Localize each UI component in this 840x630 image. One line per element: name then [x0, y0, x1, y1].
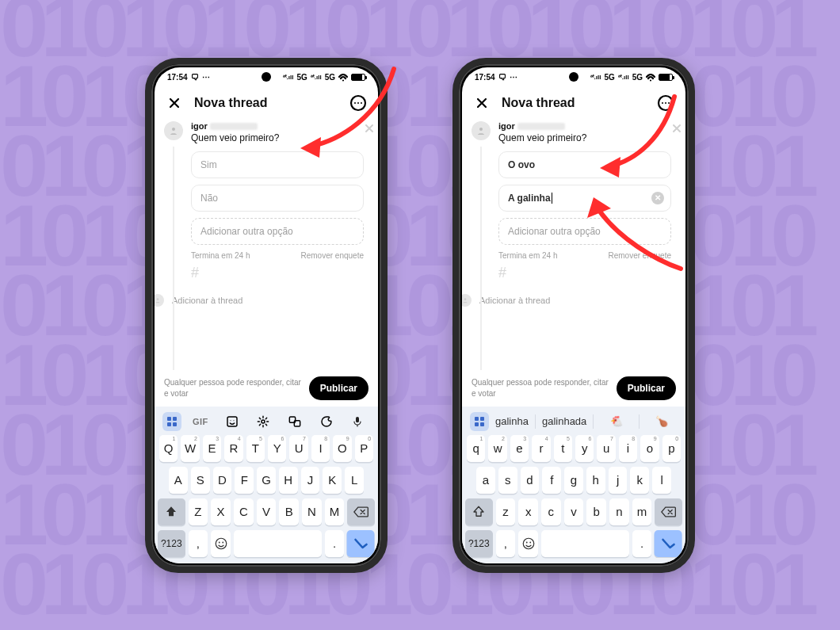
key-g[interactable]: g [564, 467, 583, 494]
key-p[interactable]: P0 [355, 435, 373, 462]
key-a[interactable]: a [476, 467, 495, 494]
key-o[interactable]: o9 [640, 435, 659, 462]
kb-sticker-button[interactable] [220, 415, 245, 428]
key-m[interactable]: m [632, 498, 652, 525]
key-k[interactable]: K [323, 467, 342, 494]
key-w[interactable]: w2 [488, 435, 506, 462]
kb-suggestion-emoji-2[interactable]: 🍗 [646, 415, 678, 427]
kb-mic-button[interactable] [345, 415, 370, 428]
key-symbols[interactable]: ?123 [158, 530, 185, 557]
key-l[interactable]: l [652, 467, 671, 494]
key-x[interactable]: x [518, 498, 538, 525]
key-e[interactable]: e3 [510, 435, 529, 462]
key-k[interactable]: k [630, 467, 649, 494]
key-s[interactable]: s [498, 467, 517, 494]
key-h[interactable]: h [586, 467, 605, 494]
key-enter[interactable] [347, 530, 375, 557]
key-comma[interactable]: , [496, 530, 516, 557]
key-f[interactable]: f [542, 467, 561, 494]
post-text-input[interactable]: Quem veio primeiro? [191, 132, 365, 143]
add-hashtag-button[interactable]: # [498, 265, 673, 281]
poll-option-2[interactable]: Não [191, 185, 364, 212]
key-shift[interactable] [158, 498, 185, 525]
key-backspace[interactable] [655, 498, 682, 525]
key-c[interactable]: C [234, 498, 254, 525]
more-button[interactable] [655, 93, 676, 113]
add-to-thread-row[interactable]: Adicionar à thread [462, 294, 676, 307]
add-to-thread-row[interactable]: Adicionar à thread [155, 294, 368, 307]
poll-option-1[interactable]: Sim [191, 151, 364, 178]
key-f[interactable]: F [235, 467, 254, 494]
key-b[interactable]: b [586, 498, 606, 525]
key-t[interactable]: T5 [246, 435, 265, 462]
key-p[interactable]: p0 [662, 435, 681, 462]
publish-button[interactable]: Publicar [617, 376, 676, 400]
key-o[interactable]: O9 [333, 435, 351, 462]
key-w[interactable]: W2 [181, 435, 199, 462]
key-e[interactable]: E3 [203, 435, 221, 462]
key-q[interactable]: Q1 [159, 435, 178, 462]
key-c[interactable]: c [541, 498, 561, 525]
kb-theme-button[interactable] [314, 415, 339, 428]
add-hashtag-button[interactable]: # [191, 265, 365, 281]
key-space[interactable] [541, 530, 629, 557]
key-space[interactable] [234, 530, 322, 557]
add-poll-option-button[interactable]: Adicionar outra opção [191, 218, 364, 245]
more-button[interactable] [348, 93, 368, 113]
key-d[interactable]: D [213, 467, 232, 494]
poll-option-1[interactable]: O ovo [498, 151, 671, 178]
kb-gif-button[interactable]: GIF [193, 417, 208, 426]
key-y[interactable]: Y6 [268, 435, 286, 462]
key-n[interactable]: N [302, 498, 322, 525]
dismiss-post-button[interactable] [364, 123, 375, 137]
poll-option-2[interactable]: A galinha✕ [498, 185, 671, 212]
add-poll-option-button[interactable]: Adicionar outra opção [498, 218, 671, 245]
key-emoji[interactable] [518, 530, 538, 557]
key-z[interactable]: z [496, 498, 516, 525]
key-a[interactable]: A [169, 467, 188, 494]
key-symbols[interactable]: ?123 [465, 530, 493, 557]
key-comma[interactable]: , [189, 530, 208, 557]
remove-poll-button[interactable]: Remover enquete [301, 251, 365, 260]
key-g[interactable]: G [257, 467, 276, 494]
reply-scope-button[interactable]: Qualquer pessoa pode responder, citar e … [164, 377, 303, 399]
key-z[interactable]: Z [189, 498, 208, 525]
key-q[interactable]: q1 [467, 435, 485, 462]
key-j[interactable]: j [609, 467, 628, 494]
kb-suggestion-emoji-1[interactable]: 🐔 [600, 415, 632, 427]
key-i[interactable]: i8 [619, 435, 637, 462]
key-y[interactable]: y6 [575, 435, 594, 462]
key-l[interactable]: L [345, 467, 364, 494]
key-u[interactable]: U7 [289, 435, 307, 462]
key-v[interactable]: v [564, 498, 584, 525]
key-backspace[interactable] [347, 498, 375, 525]
key-r[interactable]: r4 [532, 435, 550, 462]
key-d[interactable]: d [521, 467, 540, 494]
key-i[interactable]: I8 [311, 435, 330, 462]
key-t[interactable]: t5 [554, 435, 572, 462]
remove-poll-button[interactable]: Remover enquete [609, 251, 672, 260]
key-period[interactable]: . [325, 530, 345, 557]
clear-input-button[interactable]: ✕ [651, 192, 664, 204]
key-v[interactable]: V [257, 498, 277, 525]
key-u[interactable]: u7 [597, 435, 615, 462]
kb-suggestion-1[interactable]: galinha [495, 415, 529, 427]
close-button[interactable] [472, 93, 492, 113]
key-enter[interactable] [655, 530, 682, 557]
key-n[interactable]: n [609, 498, 629, 525]
key-b[interactable]: B [279, 498, 299, 525]
reply-scope-button[interactable]: Qualquer pessoa pode responder, citar e … [472, 377, 610, 399]
close-button[interactable] [164, 93, 185, 113]
key-h[interactable]: H [279, 467, 298, 494]
kb-settings-button[interactable] [250, 415, 276, 428]
kb-suggestion-2[interactable]: galinhada [542, 415, 586, 427]
dismiss-post-button[interactable] [671, 123, 682, 137]
publish-button[interactable]: Publicar [309, 376, 368, 400]
key-s[interactable]: S [191, 467, 210, 494]
key-r[interactable]: R4 [224, 435, 242, 462]
kb-apps-icon[interactable] [470, 412, 489, 431]
kb-apps-icon[interactable] [162, 412, 181, 431]
key-shift[interactable] [465, 498, 493, 525]
post-text-input[interactable]: Quem veio primeiro? [498, 132, 673, 143]
kb-translate-button[interactable] [282, 415, 307, 428]
